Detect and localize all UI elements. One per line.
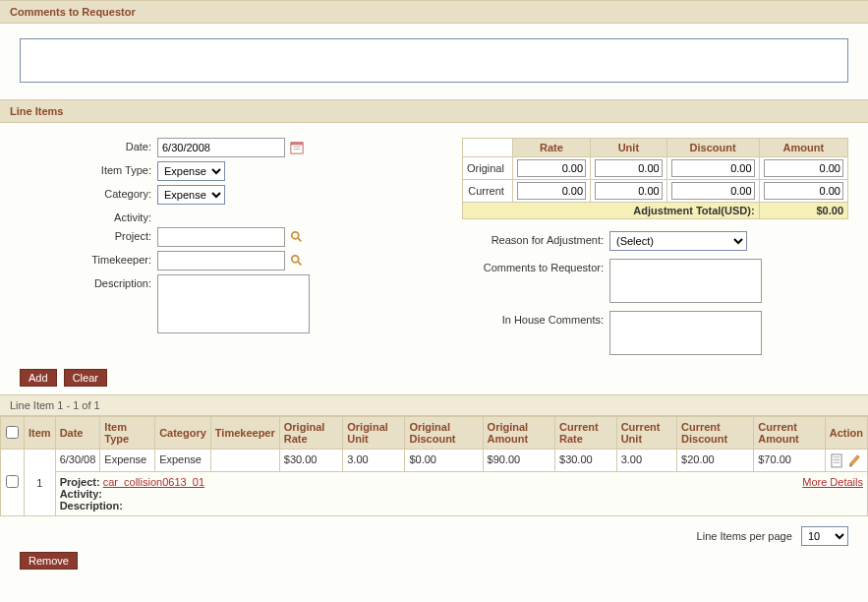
original-rate-input[interactable] bbox=[517, 159, 586, 177]
original-unit-input[interactable] bbox=[595, 159, 663, 177]
detail-activity-label: Activity: bbox=[60, 488, 102, 500]
pager-select[interactable]: 10 bbox=[801, 526, 848, 546]
inhouse-comments-label: In House Comments: bbox=[462, 311, 609, 326]
cell-cur-amt: $70.00 bbox=[754, 450, 825, 472]
current-unit-input[interactable] bbox=[595, 182, 663, 200]
current-amount-input[interactable] bbox=[764, 182, 843, 200]
timekeeper-search-icon[interactable] bbox=[289, 253, 305, 269]
original-row-label: Original bbox=[463, 157, 513, 180]
cell-action bbox=[825, 450, 867, 472]
pager-label: Line Items per page bbox=[697, 530, 792, 542]
remove-row: Remove bbox=[0, 552, 868, 584]
table-info-bar: Line Item 1 - 1 of 1 bbox=[0, 394, 868, 416]
reason-adjustment-label: Reason for Adjustment: bbox=[462, 231, 609, 246]
reason-adjustment-select[interactable]: (Select) bbox=[609, 231, 747, 251]
rate-header: Rate bbox=[512, 139, 590, 157]
form-right-column: Rate Unit Discount Amount Original Curre… bbox=[462, 138, 848, 359]
svg-marker-13 bbox=[850, 465, 852, 467]
svg-line-5 bbox=[298, 238, 302, 242]
rate-table: Rate Unit Discount Amount Original Curre… bbox=[462, 138, 848, 219]
cell-item-type: Expense bbox=[100, 450, 155, 472]
item-type-label: Item Type: bbox=[20, 161, 157, 176]
cell-cur-rate: $30.00 bbox=[555, 450, 617, 472]
timekeeper-input[interactable] bbox=[157, 251, 285, 271]
line-items-form: Date: Item Type: Expense Category: Expen… bbox=[0, 123, 868, 369]
col-item-type: Item Type bbox=[100, 417, 155, 450]
form-left-column: Date: Item Type: Expense Category: Expen… bbox=[20, 138, 433, 359]
line-items-table: Item Date Item Type Category Timekeeper … bbox=[0, 416, 868, 516]
item-type-select[interactable]: Expense bbox=[157, 161, 225, 181]
cell-category: Expense bbox=[155, 450, 211, 472]
comments-requestor-header: Comments to Requestor bbox=[0, 0, 868, 24]
cell-cur-unit: 3.00 bbox=[616, 450, 676, 472]
category-select[interactable]: Expense bbox=[157, 185, 225, 205]
detail-project-label: Project: bbox=[60, 476, 100, 488]
discount-header: Discount bbox=[666, 139, 759, 157]
svg-line-7 bbox=[298, 262, 302, 266]
description-label: Description: bbox=[20, 274, 157, 289]
view-icon[interactable] bbox=[831, 453, 843, 467]
timekeeper-label: Timekeeper: bbox=[20, 251, 157, 266]
add-button[interactable]: Add bbox=[20, 369, 57, 387]
table-row: 1 6/30/08 Expense Expense $30.00 3.00 $0… bbox=[1, 450, 868, 472]
col-cur-rate: Current Rate bbox=[555, 417, 617, 450]
unit-header: Unit bbox=[591, 139, 667, 157]
comments-requestor-container bbox=[0, 24, 868, 99]
col-date: Date bbox=[55, 417, 100, 450]
comments-requestor-right-textarea[interactable] bbox=[609, 259, 762, 303]
cell-orig-amt: $90.00 bbox=[483, 450, 554, 472]
svg-rect-1 bbox=[291, 143, 303, 146]
cell-orig-disc: $0.00 bbox=[405, 450, 483, 472]
project-search-icon[interactable] bbox=[289, 229, 305, 245]
current-discount-input[interactable] bbox=[671, 182, 755, 200]
col-orig-unit: Original Unit bbox=[343, 417, 405, 450]
adjustment-total-label: Adjustment Total(USD): bbox=[463, 203, 760, 219]
svg-marker-12 bbox=[850, 455, 859, 465]
col-orig-amt: Original Amount bbox=[483, 417, 554, 450]
comments-requestor-textarea[interactable] bbox=[20, 38, 848, 83]
cell-cur-disc: $20.00 bbox=[677, 450, 754, 472]
clear-button[interactable]: Clear bbox=[64, 369, 107, 387]
original-discount-input[interactable] bbox=[671, 159, 755, 177]
description-textarea[interactable] bbox=[157, 274, 310, 333]
col-timekeeper: Timekeeper bbox=[210, 417, 279, 450]
button-row: Add Clear bbox=[0, 369, 868, 394]
date-label: Date: bbox=[20, 138, 157, 152]
project-input[interactable] bbox=[157, 227, 285, 247]
adjustment-total-value: $0.00 bbox=[759, 203, 847, 219]
amount-header: Amount bbox=[759, 139, 847, 157]
current-row-label: Current bbox=[463, 180, 513, 203]
remove-button[interactable]: Remove bbox=[20, 552, 78, 570]
col-action: Action bbox=[825, 417, 867, 450]
detail-project-link[interactable]: car_collision0613_01 bbox=[103, 476, 204, 488]
comments-requestor-right-label: Comments to Requestor: bbox=[462, 259, 609, 273]
row-checkbox[interactable] bbox=[6, 475, 19, 488]
date-input[interactable] bbox=[157, 138, 285, 157]
original-amount-input[interactable] bbox=[764, 159, 843, 177]
cell-timekeeper bbox=[210, 450, 279, 472]
detail-description-label: Description: bbox=[60, 500, 123, 512]
svg-point-6 bbox=[292, 256, 299, 263]
col-category: Category bbox=[155, 417, 211, 450]
svg-point-4 bbox=[292, 232, 299, 239]
current-rate-input[interactable] bbox=[517, 182, 586, 200]
cell-date: 6/30/08 bbox=[55, 450, 100, 472]
more-details-link[interactable]: More Details bbox=[802, 476, 863, 488]
col-orig-disc: Original Discount bbox=[405, 417, 483, 450]
category-label: Category: bbox=[20, 185, 157, 200]
line-items-header: Line Items bbox=[0, 99, 868, 123]
edit-icon[interactable] bbox=[848, 453, 861, 467]
activity-label: Activity: bbox=[20, 209, 157, 223]
cell-orig-unit: 3.00 bbox=[343, 450, 405, 472]
calendar-icon[interactable] bbox=[289, 140, 305, 155]
svg-rect-8 bbox=[832, 454, 841, 467]
col-cur-unit: Current Unit bbox=[616, 417, 676, 450]
cell-item: 1 bbox=[25, 450, 56, 516]
col-cur-disc: Current Discount bbox=[677, 417, 754, 450]
select-all-checkbox[interactable] bbox=[6, 426, 19, 439]
col-cur-amt: Current Amount bbox=[754, 417, 825, 450]
col-orig-rate: Original Rate bbox=[279, 417, 342, 450]
pager-row: Line Items per page 10 bbox=[0, 516, 868, 552]
inhouse-comments-textarea[interactable] bbox=[609, 311, 762, 355]
project-label: Project: bbox=[20, 227, 157, 242]
